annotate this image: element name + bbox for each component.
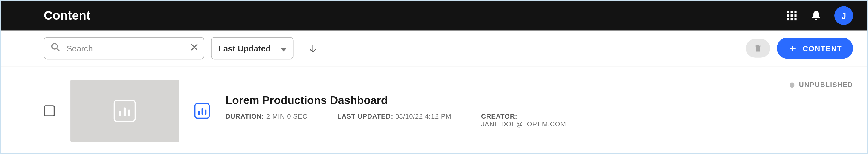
- sort-dropdown-label: Last Updated: [218, 43, 271, 53]
- item-title: Lorem Productions Dashboard: [225, 94, 774, 106]
- svg-rect-3: [787, 14, 789, 17]
- item-meta: Lorem Productions Dashboard DURATION: 2 …: [225, 94, 774, 127]
- search-input[interactable]: [44, 37, 205, 60]
- topbar: Content J: [1, 1, 868, 30]
- svg-rect-7: [791, 18, 793, 21]
- meta-updated: LAST UPDATED: 03/10/22 4:12 PM: [337, 112, 451, 128]
- add-content-label: CONTENT: [803, 44, 842, 53]
- svg-rect-6: [787, 18, 789, 21]
- thumbnail: [70, 80, 179, 142]
- updated-value: 03/10/22 4:12 PM: [395, 112, 451, 120]
- svg-rect-0: [787, 10, 789, 12]
- meta-duration: DURATION: 2 MIN 0 SEC: [225, 112, 307, 128]
- avatar[interactable]: J: [834, 6, 853, 25]
- list-item[interactable]: Lorem Productions Dashboard DURATION: 2 …: [44, 80, 853, 142]
- svg-rect-2: [794, 10, 797, 12]
- row-checkbox[interactable]: [44, 105, 55, 116]
- svg-rect-4: [791, 14, 793, 17]
- delete-button: [746, 39, 770, 58]
- svg-rect-1: [791, 10, 793, 12]
- bell-icon[interactable]: [810, 9, 822, 22]
- content-type-icon: [194, 103, 210, 119]
- plus-icon: ＋: [788, 43, 798, 53]
- search-wrap: [44, 37, 205, 60]
- meta-row: DURATION: 2 MIN 0 SEC LAST UPDATED: 03/1…: [225, 112, 774, 128]
- page-title: Content: [44, 8, 786, 23]
- svg-rect-8: [794, 18, 797, 21]
- duration-label: DURATION:: [225, 112, 264, 120]
- creator-value: JANE.DOE@LOREM.COM: [481, 120, 566, 128]
- apps-icon[interactable]: [786, 9, 798, 22]
- caret-down-icon: [281, 43, 286, 53]
- meta-creator: CREATOR: JANE.DOE@LOREM.COM: [481, 112, 603, 128]
- sort-direction-button[interactable]: [304, 39, 322, 58]
- topbar-actions: J: [786, 6, 853, 25]
- status-dot-icon: [789, 83, 795, 88]
- dashboard-icon: [114, 100, 136, 122]
- sort-dropdown[interactable]: Last Updated: [211, 37, 293, 60]
- status-badge: UNPUBLISHED: [789, 81, 853, 89]
- add-content-button[interactable]: ＋ CONTENT: [777, 38, 853, 59]
- svg-rect-5: [794, 14, 797, 17]
- toolbar: Last Updated ＋ CONTENT: [1, 30, 868, 66]
- status-text: UNPUBLISHED: [799, 81, 853, 89]
- creator-label: CREATOR:: [481, 112, 518, 120]
- clear-icon[interactable]: [190, 43, 199, 54]
- content-list: Lorem Productions Dashboard DURATION: 2 …: [1, 66, 868, 154]
- updated-label: LAST UPDATED:: [337, 112, 393, 120]
- duration-value: 2 MIN 0 SEC: [266, 112, 307, 120]
